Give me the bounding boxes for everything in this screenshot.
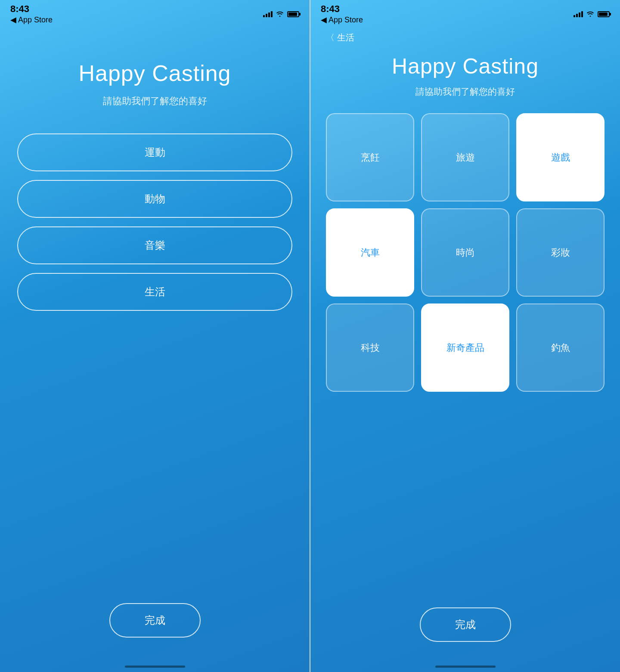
battery-icon-1 bbox=[287, 11, 299, 17]
category-grid: 烹飪 旅遊 遊戲 汽車 時尚 彩妝 科技 新奇產品 釣魚 bbox=[326, 113, 604, 392]
grid-btn-travel[interactable]: 旅遊 bbox=[421, 113, 509, 201]
app-subtitle-1: 請協助我們了解您的喜好 bbox=[103, 95, 207, 108]
wifi-icon-1 bbox=[276, 11, 284, 18]
home-bar-2 bbox=[435, 666, 496, 668]
done-button-2[interactable]: 完成 bbox=[420, 607, 511, 642]
home-bar-1 bbox=[125, 666, 185, 668]
status-left-1: 8:43 ◀ App Store bbox=[10, 4, 53, 25]
signal-icon-1 bbox=[263, 11, 273, 17]
status-icons-1 bbox=[263, 11, 299, 18]
home-indicator-1 bbox=[0, 655, 310, 672]
status-left-2: 8:43 ◀ App Store bbox=[321, 4, 363, 25]
category-btn-music[interactable]: 音樂 bbox=[17, 226, 292, 264]
signal-icon-2 bbox=[574, 11, 583, 17]
grid-btn-fashion[interactable]: 時尚 bbox=[421, 208, 509, 297]
screen-1: 8:43 ◀ App Store Happy Casting 請協助我們了解您的… bbox=[0, 0, 310, 672]
status-icons-2 bbox=[574, 11, 610, 18]
app-subtitle-2: 請協助我們了解您的喜好 bbox=[326, 86, 604, 98]
category-btn-sports[interactable]: 運動 bbox=[17, 133, 292, 171]
battery-icon-2 bbox=[598, 11, 610, 17]
done-button-1[interactable]: 完成 bbox=[109, 603, 201, 638]
home-indicator-2 bbox=[310, 655, 620, 672]
back-nav[interactable]: 〈 生活 bbox=[326, 30, 604, 45]
app-store-back-1[interactable]: ◀ App Store bbox=[10, 15, 53, 25]
status-bar-1: 8:43 ◀ App Store bbox=[0, 0, 310, 26]
grid-btn-games[interactable]: 遊戲 bbox=[516, 113, 604, 201]
time-1: 8:43 bbox=[10, 4, 29, 14]
time-2: 8:43 bbox=[321, 4, 340, 14]
screen-2: 8:43 ◀ App Store 〈 生活 Happy Casting 請協助我… bbox=[310, 0, 620, 672]
wifi-icon-2 bbox=[586, 11, 594, 18]
grid-btn-cars[interactable]: 汽車 bbox=[326, 208, 414, 297]
grid-btn-novelty[interactable]: 新奇產品 bbox=[421, 303, 509, 392]
app-store-back-2[interactable]: ◀ App Store bbox=[321, 15, 363, 25]
category-btn-animals[interactable]: 動物 bbox=[17, 180, 292, 218]
grid-btn-cooking[interactable]: 烹飪 bbox=[326, 113, 414, 201]
category-list: 運動 動物 音樂 生活 bbox=[17, 133, 292, 311]
category-btn-life[interactable]: 生活 bbox=[17, 273, 292, 311]
app-title-1: Happy Casting bbox=[78, 60, 231, 86]
grid-btn-tech[interactable]: 科技 bbox=[326, 303, 414, 392]
main-content-1: Happy Casting 請協助我們了解您的喜好 運動 動物 音樂 生活 完成 bbox=[0, 26, 310, 655]
main-content-2: 〈 生活 Happy Casting 請協助我們了解您的喜好 烹飪 旅遊 遊戲 … bbox=[310, 26, 620, 655]
status-bar-2: 8:43 ◀ App Store bbox=[310, 0, 620, 26]
grid-btn-fishing[interactable]: 釣魚 bbox=[516, 303, 604, 392]
app-title-2: Happy Casting bbox=[326, 54, 604, 79]
grid-btn-makeup[interactable]: 彩妝 bbox=[516, 208, 604, 297]
